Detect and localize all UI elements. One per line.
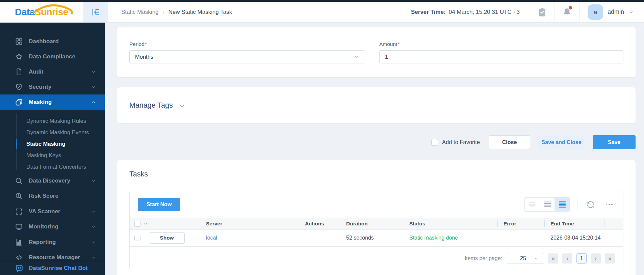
submenu-item-masking-keys[interactable]: Masking Keys [0, 149, 105, 161]
column-header-duration[interactable]: Duration [341, 218, 403, 229]
form-actions-row: Add to Favorite Close Save and Close Sav… [117, 135, 636, 149]
column-header-server[interactable]: Server [201, 218, 297, 229]
tasks-clipboard-button[interactable] [530, 2, 555, 22]
sidebar-item-label: Masking [29, 99, 91, 106]
items-per-page-select[interactable]: 25 [507, 253, 544, 264]
sidebar-item-label: Resource Manager [29, 254, 91, 261]
chat-bot-icon [15, 264, 24, 273]
column-header-status[interactable]: Status [403, 218, 497, 229]
row-select-cell [130, 235, 149, 241]
sidebar-item-security[interactable]: Security [0, 79, 105, 94]
datasunrise-logo[interactable]: DataSunrise [0, 2, 83, 22]
breadcrumb-section[interactable]: Static Masking [121, 9, 159, 16]
logo-part-data: Data [15, 7, 35, 17]
save-button[interactable]: Save [593, 135, 636, 149]
start-now-button[interactable]: Start Now [138, 198, 180, 211]
sidebar-item-va-scanner[interactable]: VA Scanner [0, 204, 105, 219]
clipboard-check-icon [538, 7, 547, 17]
view-density-medium-button[interactable] [540, 198, 555, 211]
search-icon [15, 176, 24, 185]
previous-page-button[interactable]: ‹ [562, 253, 572, 264]
more-options-button[interactable] [603, 199, 615, 210]
sidebar-item-label: Monitoring [29, 223, 91, 230]
add-to-favorite-checkbox[interactable] [431, 139, 438, 146]
refresh-button[interactable] [585, 199, 596, 210]
shield-check-icon [15, 83, 24, 91]
monitor-icon [15, 222, 24, 231]
mask-layers-icon [15, 98, 24, 107]
sidebar-item-label: Reporting [29, 239, 91, 246]
header-right-group: Server Time: 04 March, 15:20:31 UTC +3 a… [411, 2, 644, 22]
first-page-button[interactable]: « [548, 253, 558, 264]
column-header-error[interactable]: Error [497, 218, 544, 229]
grid-icon [15, 37, 24, 46]
sidebar-item-monitoring[interactable]: Monitoring [0, 219, 105, 235]
ellipsis-icon [605, 200, 614, 209]
sidebar-item-label: Risk Score [29, 193, 96, 199]
header-select-cell [130, 221, 201, 227]
notifications-button[interactable] [555, 2, 579, 22]
sidebar-item-masking[interactable]: Masking [0, 94, 105, 110]
server-time: Server Time: 04 March, 15:20:31 UTC +3 [411, 2, 530, 22]
sidebar-item-audit[interactable]: Audit [0, 64, 105, 79]
period-label: Period* [129, 41, 364, 47]
column-header-end-time[interactable]: End Time [544, 218, 604, 229]
lines-sparse-icon [529, 201, 536, 208]
sidebar-item-reporting[interactable]: Reporting [0, 235, 105, 250]
column-header-actions[interactable]: Actions [297, 218, 341, 229]
amount-label: Amount* [379, 41, 623, 47]
sidebar-item-label: Audit [29, 68, 91, 75]
submenu-item-dynamic-masking-events[interactable]: Dynamic Masking Events [0, 127, 105, 138]
chevron-down-icon [91, 255, 96, 260]
server-link[interactable]: local [206, 235, 217, 241]
sidebar-chat-bot[interactable]: DataSunrise Chat Bot [0, 261, 105, 275]
sidebar-upper-items: Dashboard Data Compliance Audit Security [0, 23, 105, 110]
manage-tags-card: Manage Tags [117, 87, 636, 123]
breadcrumb-page: New Static Masking Task [169, 9, 232, 16]
period-select-value: Months [135, 54, 354, 60]
select-all-checkbox[interactable] [134, 221, 140, 227]
toolbar-right-group [524, 197, 615, 212]
items-per-page-label: Items per page: [465, 255, 502, 262]
breadcrumb-separator: › [163, 9, 164, 15]
submenu-item-static-masking[interactable]: Static Masking [0, 138, 105, 149]
lines-dense-icon [559, 201, 566, 208]
star-icon [15, 52, 24, 61]
next-page-button[interactable]: › [591, 253, 601, 264]
view-density-compact-button[interactable] [525, 198, 540, 211]
user-menu[interactable]: a admin [579, 2, 644, 22]
chat-bot-label: DataSunrise Chat Bot [29, 265, 88, 272]
sidebar-item-dashboard[interactable]: Dashboard [0, 34, 105, 49]
period-select[interactable]: Months [129, 50, 364, 63]
table-row: Show local 52 seconds Static masking don… [130, 229, 623, 246]
tasks-panel: Start Now [129, 191, 623, 270]
submenu-item-dynamic-masking-rules[interactable]: Dynamic Masking Rules [0, 115, 105, 127]
save-and-close-button[interactable]: Save and Close [538, 135, 585, 149]
required-marker: * [145, 41, 147, 47]
pagination-bar: Items per page: 25 « ‹ 1 › » [130, 246, 623, 270]
amount-input[interactable] [379, 50, 623, 63]
manage-tags-expand-button[interactable] [178, 103, 186, 110]
view-density-dense-button[interactable] [555, 198, 569, 211]
document-icon [15, 67, 24, 76]
sidebar-item-risk-score[interactable]: Risk Score [0, 189, 105, 204]
sidebar-item-data-discovery[interactable]: Data Discovery [0, 173, 105, 189]
sidebar-collapse-button[interactable] [83, 2, 108, 22]
manage-tags-title: Manage Tags [129, 101, 173, 110]
current-page-button[interactable]: 1 [576, 253, 587, 264]
sidebar-item-label: Data Compliance [29, 53, 96, 60]
sidebar-lower-items: Data Discovery Risk Score VA Scanner Mon… [0, 172, 105, 265]
sidebar-item-data-compliance[interactable]: Data Compliance [0, 49, 105, 64]
close-button[interactable]: Close [489, 135, 530, 149]
refresh-icon [586, 200, 595, 209]
window-top-edge [0, 0, 644, 2]
last-page-button[interactable]: » [605, 253, 615, 264]
period-label-text: Period [129, 41, 145, 47]
chevron-down-icon [91, 224, 96, 229]
sidebar-item-label: Security [29, 84, 91, 90]
submenu-item-data-format-converters[interactable]: Data Format Converters [0, 161, 105, 172]
show-button[interactable]: Show [149, 232, 185, 244]
row-checkbox[interactable] [134, 235, 140, 241]
chevron-down-icon[interactable] [143, 221, 148, 226]
actions-cell [297, 229, 341, 246]
